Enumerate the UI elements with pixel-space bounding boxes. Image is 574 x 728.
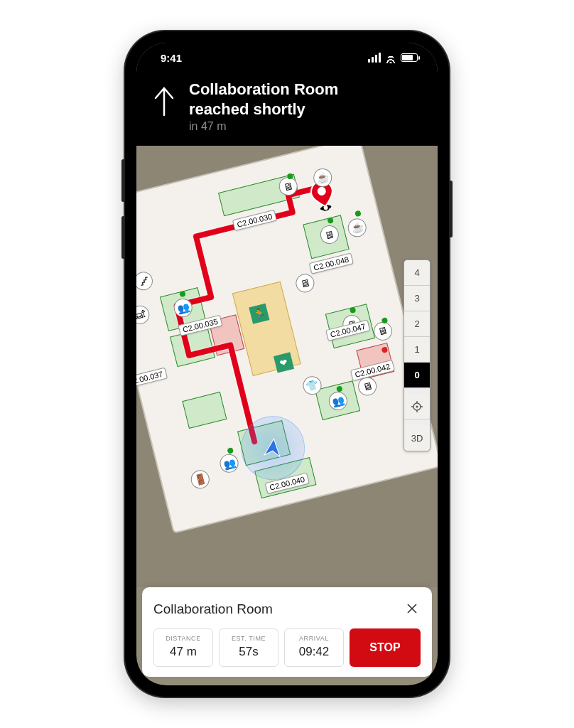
close-button[interactable] — [404, 599, 421, 620]
stat-distance: DISTANCE 47 m — [153, 628, 213, 667]
stop-button[interactable]: STOP — [350, 628, 421, 667]
stat-arrival: ARRIVAL 09:42 — [284, 628, 344, 667]
phone-frame: 9:41 Collaboration Room reached shortly … — [125, 31, 449, 697]
close-icon — [406, 603, 418, 614]
battery-icon — [401, 53, 418, 62]
svg-point-4 — [416, 405, 418, 407]
view-3d-button[interactable]: 3D — [404, 425, 430, 451]
navigation-banner: Collaboration Room reached shortly in 47… — [136, 73, 438, 146]
stat-arrival-label: ARRIVAL — [289, 635, 339, 642]
floor-button-0[interactable]: 0 — [404, 363, 430, 388]
floor-button-1[interactable]: 1 — [404, 337, 430, 363]
screen: 9:41 Collaboration Room reached shortly … — [136, 43, 438, 685]
floor-button-3[interactable]: 3 — [404, 286, 430, 311]
floor-button-2[interactable]: 2 — [404, 311, 430, 337]
building-outline: 🛋 🖥 ☕ 🖥 ☕ 👥 🖥 🖥 🚪 👥 👥 🖥 👕 🖥 🏃 — [136, 146, 438, 534]
locate-icon — [411, 401, 423, 412]
destination-sheet: Collaboration Room DISTANCE 47 m EST. TI… — [142, 587, 432, 677]
nav-title-line1: Collaboration Room — [189, 80, 338, 100]
sheet-title: Collaboration Room — [153, 601, 273, 617]
recenter-button[interactable] — [404, 394, 430, 419]
cellular-icon — [368, 53, 381, 63]
stat-est-time: EST. TIME 57s — [219, 628, 278, 667]
stat-arrival-value: 09:42 — [289, 645, 339, 659]
stat-est-time-label: EST. TIME — [224, 635, 274, 642]
status-time: 9:41 — [161, 52, 182, 64]
nav-subtitle: in 47 m — [189, 120, 338, 133]
direction-arrow-up-icon — [152, 84, 176, 118]
notch — [220, 43, 354, 64]
stat-distance-value: 47 m — [158, 645, 208, 659]
floor-button-4[interactable]: 4 — [404, 260, 430, 286]
indoor-map[interactable]: 🛋 🖥 ☕ 🖥 ☕ 👥 🖥 🖥 🚪 👥 👥 🖥 👕 🖥 🏃 — [136, 146, 438, 587]
stat-distance-label: DISTANCE — [158, 635, 208, 642]
stat-est-time-value: 57s — [224, 645, 274, 659]
floor-selector: 4 3 2 1 0 3D — [404, 259, 430, 451]
nav-title-line2: reached shortly — [189, 100, 338, 119]
wifi-icon — [385, 52, 396, 63]
